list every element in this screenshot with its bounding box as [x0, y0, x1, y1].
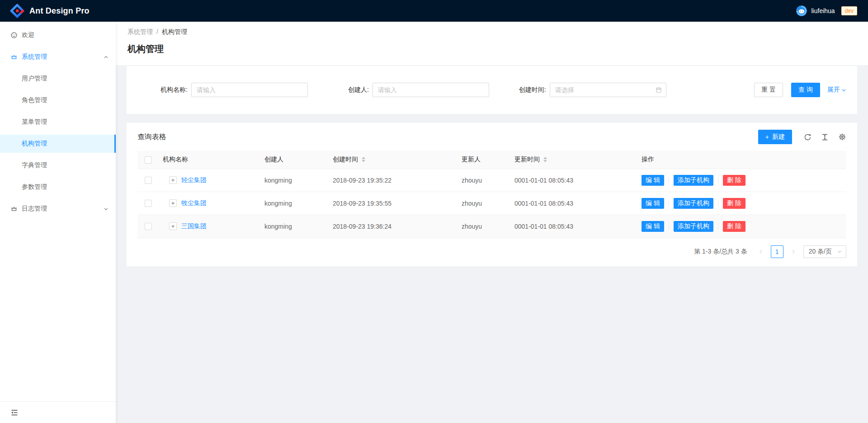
create-time-datepicker[interactable]	[550, 83, 666, 97]
creator-input[interactable]	[373, 83, 489, 97]
row-checkbox[interactable]	[145, 177, 152, 184]
page-number-1[interactable]: 1	[771, 245, 783, 258]
user-menu[interactable]: liufeihua dev	[796, 5, 857, 16]
next-page-icon[interactable]	[787, 245, 800, 258]
delete-button[interactable]: 删 除	[723, 221, 745, 232]
chevron-down-icon	[837, 249, 842, 254]
expand-filters-label: 展开	[827, 86, 840, 94]
breadcrumb-item-system[interactable]: 系统管理	[127, 27, 153, 36]
pagination-total: 第 1-3 条/总共 3 条	[694, 248, 747, 256]
sidebar-item-user-mgmt[interactable]: 用户管理	[0, 70, 116, 88]
breadcrumb-item-current: 机构管理	[162, 27, 187, 36]
sidebar-item-label: 用户管理	[22, 75, 47, 83]
filter-actions: 重 置 查 询 展开	[754, 83, 846, 97]
add-child-org-button[interactable]: 添加子机构	[674, 175, 713, 186]
crown-icon	[11, 206, 17, 212]
username[interactable]: liufeihua	[811, 7, 835, 14]
new-button[interactable]: + 新建	[758, 130, 792, 144]
pagination: 第 1-3 条/总共 3 条 1 20 条/页	[127, 238, 857, 266]
page-size-label: 20 条/页	[809, 248, 832, 256]
creator-cell: kongming	[261, 192, 329, 215]
expand-filters-link[interactable]: 展开	[827, 86, 846, 94]
create-time-input[interactable]	[550, 83, 666, 97]
row-checkbox[interactable]	[145, 200, 152, 207]
add-child-org-button[interactable]: 添加子机构	[674, 221, 713, 232]
sorter-icon[interactable]	[543, 157, 547, 162]
top-header: Ant Design Pro liufeihua dev	[0, 0, 868, 22]
org-name-cell: + 牧尘集团	[159, 192, 261, 215]
update-time-cell: 0001-01-01 08:05:43	[511, 169, 642, 192]
expand-row-icon[interactable]: +	[169, 176, 177, 184]
column-header-creator: 创建人	[261, 151, 329, 169]
sidebar-menu: 欢迎 系统管理 用户管理 角色管理 菜单管理	[0, 22, 116, 218]
create-time-cell: 2018-09-23 19:36:24	[329, 215, 458, 238]
page-title: 机构管理	[127, 42, 857, 55]
column-header-actions: 操作	[642, 151, 846, 169]
org-name-link[interactable]: 三国集团	[181, 222, 207, 230]
sidebar-item-param-mgmt[interactable]: 参数管理	[0, 178, 116, 196]
sidebar-item-menu-mgmt[interactable]: 菜单管理	[0, 113, 116, 131]
sorter-icon[interactable]	[362, 157, 365, 162]
delete-button[interactable]: 删 除	[723, 175, 745, 186]
row-checkbox[interactable]	[145, 223, 152, 230]
org-name-label: 机构名称:	[160, 86, 188, 94]
edit-button[interactable]: 编 辑	[642, 198, 664, 209]
filter-card: 机构名称: 创建人: 创建时间:	[127, 66, 857, 114]
sidebar-item-label: 系统管理	[22, 53, 47, 61]
sidebar: 欢迎 系统管理 用户管理 角色管理 菜单管理	[0, 22, 116, 423]
creator-label: 创建人:	[348, 86, 369, 94]
column-height-icon[interactable]	[821, 133, 829, 141]
org-name-input[interactable]	[191, 83, 308, 97]
table-row: + 三国集团 kongming 2018-09-23 19:36:24 zhou…	[137, 215, 846, 238]
sidebar-item-role-mgmt[interactable]: 角色管理	[0, 91, 116, 109]
select-all-checkbox[interactable]	[145, 156, 152, 164]
filter-field-create-time: 创建时间:	[519, 83, 666, 97]
sidebar-item-welcome[interactable]: 欢迎	[0, 26, 116, 44]
table-row: + 轻尘集团 kongming 2018-09-23 19:35:22 zhou…	[137, 169, 846, 192]
breadcrumb: 系统管理 / 机构管理	[127, 27, 857, 36]
add-child-org-button[interactable]: 添加子机构	[674, 198, 713, 209]
column-header-create-time[interactable]: 创建时间	[329, 151, 458, 169]
create-time-cell: 2018-09-23 19:35:55	[329, 192, 458, 215]
org-name-link[interactable]: 牧尘集团	[181, 199, 207, 207]
new-button-label: 新建	[772, 133, 785, 141]
avatar[interactable]	[796, 5, 807, 16]
sidebar-item-label: 菜单管理	[22, 118, 47, 126]
vertical-divider	[718, 177, 718, 183]
sidebar-footer	[0, 401, 116, 423]
edit-button[interactable]: 编 辑	[642, 175, 664, 186]
setting-icon[interactable]	[838, 133, 846, 141]
page-size-select[interactable]: 20 条/页	[803, 245, 846, 258]
reset-button[interactable]: 重 置	[754, 83, 783, 97]
search-button[interactable]: 查 询	[791, 83, 820, 97]
sidebar-item-log-mgmt[interactable]: 日志管理	[0, 200, 116, 218]
sidebar-item-org-mgmt[interactable]: 机构管理	[0, 135, 116, 153]
table-toolbar: 查询表格 + 新建	[127, 123, 857, 151]
plus-icon: +	[765, 133, 769, 141]
sidebar-item-label: 机构管理	[22, 140, 47, 148]
updater-cell: zhouyu	[458, 192, 511, 215]
updater-cell: zhouyu	[458, 215, 511, 238]
expand-row-icon[interactable]: +	[169, 222, 177, 230]
creator-cell: kongming	[261, 169, 329, 192]
table-card: 查询表格 + 新建	[127, 123, 857, 266]
chevron-down-icon	[841, 88, 846, 93]
delete-button[interactable]: 删 除	[723, 198, 745, 209]
sidebar-item-system[interactable]: 系统管理	[0, 48, 116, 66]
actions-cell: 编 辑 添加子机构 删 除	[642, 192, 846, 215]
org-name-link[interactable]: 轻尘集团	[181, 176, 207, 184]
crown-icon	[11, 54, 17, 60]
chevron-down-icon	[104, 207, 108, 212]
edit-button[interactable]: 编 辑	[642, 221, 664, 232]
expand-row-icon[interactable]: +	[169, 199, 177, 207]
column-header-updater: 更新人	[458, 151, 511, 169]
column-header-update-time[interactable]: 更新时间	[511, 151, 642, 169]
sidebar-item-label: 字典管理	[22, 161, 47, 169]
prev-page-icon[interactable]	[755, 245, 767, 258]
reload-icon[interactable]	[804, 133, 811, 141]
sidebar-item-dict-mgmt[interactable]: 字典管理	[0, 156, 116, 174]
app-title: Ant Design Pro	[29, 6, 90, 16]
menu-fold-icon[interactable]	[11, 409, 18, 416]
logo-area[interactable]: Ant Design Pro	[10, 4, 90, 18]
filter-field-org-name: 机构名称:	[160, 83, 308, 97]
